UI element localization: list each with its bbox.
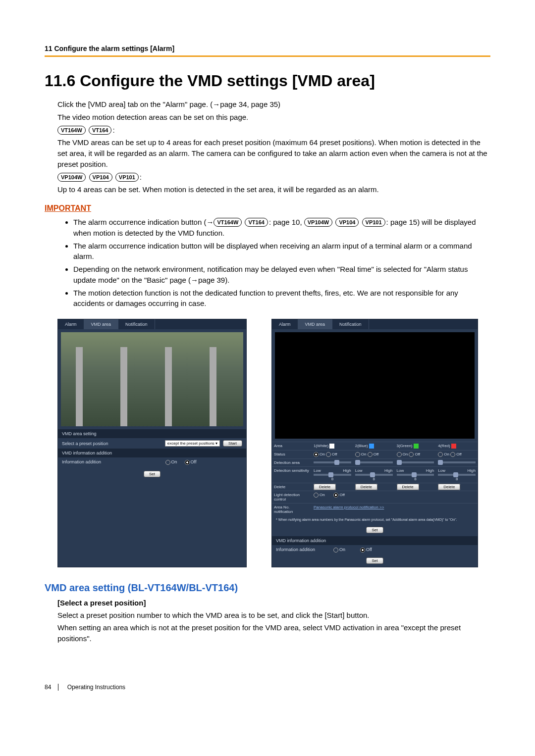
chapter-header: 11 Configure the alarm settings [Alarm] bbox=[45, 45, 490, 57]
model-pill: VP104 bbox=[335, 218, 359, 227]
panasonic-link[interactable]: Panasonic alarm protocol notification >> bbox=[314, 505, 384, 509]
status-on-radio[interactable] bbox=[438, 452, 443, 457]
radio-label: Off bbox=[191, 459, 197, 464]
sens-slider[interactable] bbox=[355, 474, 393, 476]
row-status: Status bbox=[272, 450, 312, 458]
camera-preview bbox=[61, 332, 243, 426]
det-area-slider[interactable] bbox=[355, 461, 393, 463]
radio-on[interactable] bbox=[165, 460, 170, 465]
camera-preview bbox=[275, 332, 475, 439]
model-pill: VP101 bbox=[362, 218, 385, 227]
important-heading: IMPORTANT bbox=[45, 204, 490, 213]
label-info-addition: Information addition bbox=[276, 547, 330, 552]
note-item: The alarm occurrence indication button w… bbox=[73, 241, 490, 262]
status-off-radio[interactable] bbox=[326, 452, 331, 457]
area-4: 4(Red) bbox=[436, 442, 478, 450]
note-item: The motion detection function is not the… bbox=[73, 288, 490, 309]
status-on-radio[interactable] bbox=[355, 452, 360, 457]
footer-text: Operating Instructions bbox=[67, 684, 125, 691]
tab-notification[interactable]: Notification bbox=[118, 319, 155, 329]
intro-p3: The VMD areas can be set up to 4 areas f… bbox=[57, 137, 490, 169]
model-pill: VP101 bbox=[115, 173, 139, 182]
light-on-radio[interactable] bbox=[314, 493, 319, 498]
tab-alarm[interactable]: Alarm bbox=[58, 319, 84, 329]
label-info-addition: Information addition bbox=[62, 459, 116, 464]
status-on-radio[interactable] bbox=[397, 452, 402, 457]
area-2: 2(Blue) bbox=[353, 442, 395, 450]
row-area-no: Area No. notification bbox=[272, 503, 312, 515]
radio-off[interactable] bbox=[360, 548, 365, 553]
tab-bar: Alarm VMD area Notification bbox=[58, 319, 246, 329]
radio-label: On bbox=[171, 459, 177, 464]
tab-notification[interactable]: Notification bbox=[332, 319, 369, 329]
section-title: 11.6 Configure the VMD settings [VMD are… bbox=[45, 72, 490, 90]
light-off-radio[interactable] bbox=[333, 493, 338, 498]
intro-p2: The video motion detection areas can be … bbox=[57, 112, 490, 123]
screenshot-vp104: Alarm VMD area Notification Area 1(White… bbox=[271, 319, 478, 567]
page-number: 84 bbox=[45, 684, 58, 691]
delete-button[interactable]: Delete bbox=[314, 484, 336, 490]
sens-slider[interactable] bbox=[314, 474, 351, 476]
tab-bar: Alarm VMD area Notification bbox=[272, 319, 478, 329]
param-heading: [Select a preset position] bbox=[57, 599, 490, 607]
row-detection-sensitivity: Detection sensitivity bbox=[272, 466, 312, 483]
model-pill: VP104W bbox=[304, 218, 332, 227]
text: Click the [VMD area] tab on the "Alarm" … bbox=[57, 100, 213, 108]
area-grid: Area 1(White) 2(Blue) 3(Green) 4(Red) St… bbox=[272, 442, 478, 515]
sens-slider[interactable] bbox=[397, 474, 434, 476]
det-area-slider[interactable] bbox=[397, 461, 434, 463]
footnote: * When notifying alarm area numbers by t… bbox=[272, 515, 478, 524]
radio-off[interactable] bbox=[185, 460, 190, 465]
model-pill: VP104W bbox=[57, 173, 86, 182]
set-button[interactable]: Set bbox=[366, 557, 383, 564]
status-off-radio[interactable] bbox=[409, 452, 414, 457]
note-item: The alarm occurrence indication button (… bbox=[73, 217, 490, 239]
col-area: Area bbox=[272, 442, 312, 450]
section-vmd-info-addition: VMD information addition bbox=[58, 449, 246, 457]
page-footer: 84 Operating Instructions bbox=[45, 684, 490, 691]
area-3: 3(Green) bbox=[395, 442, 436, 450]
model-pill: VT164 bbox=[89, 126, 111, 135]
section-vmd-info-addition: VMD information addition bbox=[272, 536, 478, 545]
text: : page 10, bbox=[269, 218, 304, 226]
row-detection-area: Detection area bbox=[272, 458, 312, 466]
model-pill: VT164 bbox=[245, 218, 268, 227]
delete-button[interactable]: Delete bbox=[397, 484, 419, 490]
set-button[interactable]: Set bbox=[366, 527, 383, 533]
status-off-radio[interactable] bbox=[450, 452, 455, 457]
screenshot-vt164: Alarm VMD area Notification VMD area set… bbox=[57, 319, 247, 567]
tab-vmd-area[interactable]: VMD area bbox=[84, 319, 119, 329]
subsection-title: VMD area setting (BL-VT164W/BL-VT164) bbox=[45, 582, 490, 594]
body-paragraph: Select a preset position number to which… bbox=[57, 610, 490, 621]
select-value: except the preset positions bbox=[167, 441, 214, 446]
sens-slider[interactable] bbox=[438, 474, 476, 476]
important-list: The alarm occurrence indication button (… bbox=[73, 217, 490, 309]
tab-alarm[interactable]: Alarm bbox=[272, 319, 298, 329]
model-pill: VT164W bbox=[57, 126, 86, 135]
tab-vmd-area[interactable]: VMD area bbox=[298, 319, 333, 329]
area-1: 1(White) bbox=[312, 442, 353, 450]
delete-button[interactable]: Delete bbox=[355, 484, 377, 490]
model-pill: VP104 bbox=[89, 173, 112, 182]
model-pills-row-2: VP104W VP104 VP101: bbox=[57, 172, 490, 183]
status-on-radio[interactable] bbox=[314, 452, 319, 457]
start-button[interactable]: Start bbox=[223, 440, 242, 447]
det-area-slider[interactable] bbox=[314, 461, 351, 463]
model-pill: VT164W bbox=[214, 218, 242, 227]
intro-p4: Up to 4 areas can be set. When motion is… bbox=[57, 184, 490, 195]
note-item: Depending on the network environment, no… bbox=[73, 264, 490, 286]
row-delete: Delete bbox=[272, 483, 312, 491]
text: page 34, page 35) bbox=[220, 100, 280, 108]
set-button[interactable]: Set bbox=[144, 471, 160, 477]
intro-p1: Click the [VMD area] tab on the "Alarm" … bbox=[57, 99, 490, 110]
radio-on[interactable] bbox=[333, 548, 338, 553]
preset-select[interactable]: except the preset positions ▾ bbox=[165, 440, 220, 447]
section-vmd-area-setting: VMD area setting bbox=[58, 429, 246, 438]
label-select-preset: Select a preset position bbox=[62, 441, 116, 446]
delete-button[interactable]: Delete bbox=[438, 484, 460, 490]
model-pills-row-1: VT164W VT164: bbox=[57, 125, 490, 136]
row-light-detection: Light detection control bbox=[272, 491, 312, 503]
det-area-slider[interactable] bbox=[438, 461, 476, 463]
status-off-radio[interactable] bbox=[368, 452, 373, 457]
body-paragraph: When setting an area which is not at the… bbox=[57, 622, 490, 644]
